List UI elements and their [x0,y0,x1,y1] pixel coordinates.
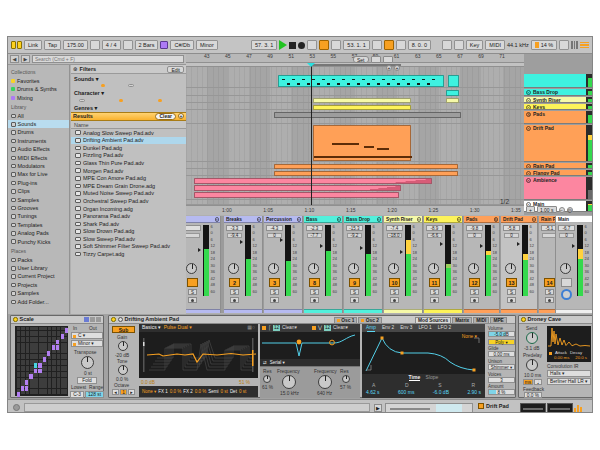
sync-toggle-icon[interactable]: 𝅘𝅥 [534,379,542,385]
filter-tag[interactable] [141,99,145,102]
result-item[interactable]: Organ Incoming.adg [71,205,186,213]
tab-osc1[interactable]: Osc 1 [334,317,357,324]
clear-filters-button[interactable]: Clear [155,113,176,120]
ir-display[interactable]: Attack Decay 0.00 ms 20.0 s [547,326,591,362]
clip-breaks-2[interactable] [448,75,459,87]
filters-toggle-icon[interactable]: ⊛ [73,66,78,72]
save-filter-icon[interactable]: + [178,113,184,119]
lane-bass-drop[interactable] [186,89,524,96]
filter-tag[interactable] [84,84,88,87]
sidebar-item-place[interactable]: Current Project [8,272,69,280]
fx2-value[interactable]: 0.0 % [195,389,207,394]
pan-knob[interactable] [186,263,197,274]
voices-value[interactable]: 3 [488,377,515,383]
filter2-res-value[interactable]: 57 % [340,385,351,391]
clip-rain-pad[interactable] [274,164,458,169]
transpose-value[interactable]: 0 st [84,371,92,377]
mod-target-select[interactable]: None ▾ [462,334,477,340]
glide-value[interactable]: 0.00 ms [488,351,515,357]
solo-button[interactable]: S [545,289,554,295]
solo-button[interactable]: S [507,289,516,295]
volume-value[interactable]: -2.3 [306,225,323,231]
sidebar-item-library[interactable]: Audio Effects [8,145,69,153]
track-header-ambience[interactable]: ×Ambience [524,177,586,200]
track-header-rain-pad[interactable]: ×Rain Pad [524,163,586,169]
filter-tag[interactable] [95,84,99,87]
filter-display[interactable] [260,332,360,359]
decay-value[interactable]: 20.0 s [575,356,587,361]
search-input[interactable] [32,55,184,63]
arm-button[interactable] [390,297,399,303]
sidebar-item-library[interactable]: All [8,112,69,120]
automation-arm-icon[interactable] [307,40,317,50]
filter-tag[interactable] [163,99,167,102]
peak-value[interactable]: -6.6 [427,233,442,239]
wavetable-display[interactable] [139,332,258,378]
arm-button[interactable] [188,297,197,303]
volume-value[interactable]: -8.9 [426,225,443,231]
arm-button[interactable] [270,297,279,303]
crossfade-icon[interactable] [561,278,572,287]
hotswap-icon[interactable] [90,317,95,322]
browser-back-button[interactable]: ◀ [10,55,19,63]
filter-tag[interactable] [119,99,123,102]
result-item[interactable]: Slow Sweep Pad.adv [71,235,186,243]
osc-category-select[interactable]: Basics ▾ [142,325,161,331]
clip-ambience-2[interactable] [194,185,401,191]
peak-value[interactable]: -9.4 [227,233,242,239]
pan-knob[interactable] [348,263,359,274]
wavetable-select[interactable]: Pulse Dual ▾ [164,325,192,331]
lock-envelopes-icon[interactable] [383,56,393,63]
tab-osc2[interactable]: Osc 2 [358,317,381,324]
scale-name-menu[interactable]: Minor [196,40,218,50]
semi-value[interactable]: 0 st [221,389,228,394]
attack-value[interactable]: 0.00 ms [554,356,569,361]
device-on-icon[interactable] [521,317,526,322]
device-chain-overview[interactable] [385,403,473,413]
filter1-freq-value[interactable]: 15.0 kHz [280,391,299,397]
time-signature-field[interactable]: 4 / 4 [102,40,121,50]
track-number[interactable]: 3 [269,278,280,287]
volume-value[interactable]: -9.8 [466,225,483,231]
clip-ambience-1[interactable] [194,178,432,184]
filter-tag[interactable] [136,84,140,87]
filter2-header[interactable]: ⋁ 12 Clean▾ [310,324,360,332]
sidebar-item-library[interactable]: Plug-ins [8,179,69,187]
tab-amp[interactable]: Amp [366,325,376,331]
device-on-icon[interactable] [13,317,18,322]
filter-tag[interactable] [97,99,101,102]
filter2-res-knob[interactable] [342,375,350,383]
filter-tag[interactable] [158,99,162,102]
filter-tag[interactable] [130,99,134,102]
result-item[interactable]: Tizzy Carpet.adg [71,250,186,258]
filter-tag[interactable] [152,99,156,102]
zoom-in-icon[interactable]: + [394,65,400,71]
scale-mode-icon[interactable] [160,41,168,49]
metronome-icon[interactable] [90,40,100,50]
tone-value[interactable]: 0.0 % [116,377,128,383]
arm-button[interactable] [230,297,239,303]
mixer-strip-bass[interactable]: Bass× -2.3 -7.7 6 0 6 12 18 24 30 36 42 … [304,216,343,313]
sidebar-item-library[interactable]: MIDI Effects [8,154,69,162]
slope-tab[interactable]: Slope [426,374,439,380]
tab-lfo1[interactable]: LFO 1 [418,325,431,331]
clip-flangy-pad[interactable] [274,171,458,176]
tone-knob[interactable] [118,365,128,375]
edit-filters-button[interactable]: Edit [167,66,184,73]
filter-tag[interactable] [90,84,94,87]
feedback-value[interactable]: 0.0 % [524,392,542,398]
solo-button[interactable]: S [390,289,399,295]
track-number[interactable]: 8 [309,278,320,287]
filter-tag[interactable] [136,99,140,102]
filter2-freq-knob[interactable] [318,375,332,389]
sounds-group-header[interactable]: Sounds ▾ [71,74,186,83]
result-item[interactable]: Soft Shimmer Filter Sweep Pad.adv [71,243,186,251]
pan-knob[interactable] [228,263,239,274]
cpu-meter[interactable]: 14 % [531,40,558,50]
groove-amount-icon[interactable] [123,40,133,50]
sidebar-item-place[interactable]: User Library [8,264,69,272]
osc-gain-value[interactable]: 0.0 dB [141,380,155,386]
quantize-menu[interactable]: 2 Bars [135,40,159,50]
pan-knob[interactable] [428,263,439,274]
tab-env2[interactable]: Env 2 [382,325,394,331]
